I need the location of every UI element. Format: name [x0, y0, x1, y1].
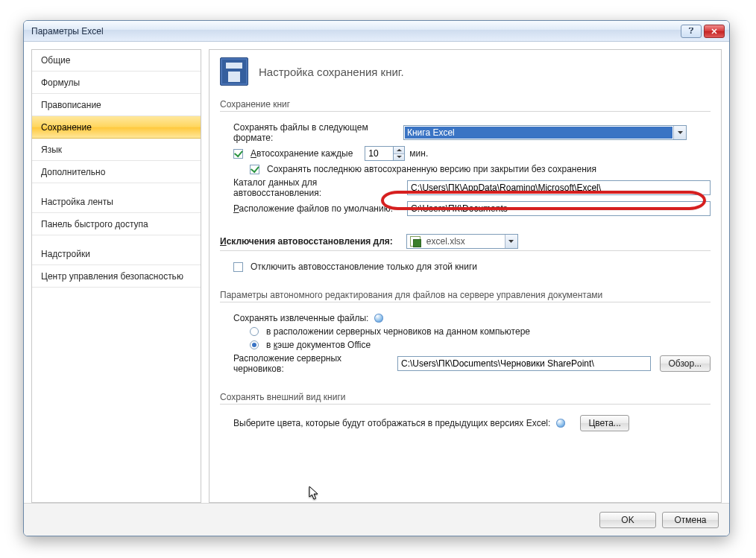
keep-last-checkbox[interactable]	[250, 165, 259, 174]
file-format-value: Книга Excel	[405, 127, 672, 139]
sidebar-item-formulas[interactable]: Формулы	[32, 72, 201, 94]
colors-hint: Выберите цвета, которые будут отображать…	[233, 418, 550, 428]
default-dir-input[interactable]	[407, 201, 711, 216]
excel-options-dialog: Параметры Excel ? Общие Формулы Правопис…	[23, 20, 730, 536]
settings-panel: Настройка сохранения книг. Сохранение кн…	[209, 49, 722, 503]
radio-office-cache[interactable]	[250, 340, 259, 349]
dialog-title: Параметры Excel	[31, 26, 104, 37]
default-dir-label: Расположение файлов по умолчанию:	[233, 203, 403, 214]
svg-marker-1	[678, 131, 683, 134]
except-label: Исключения автовосстановления для:	[220, 236, 393, 247]
autosave-minutes-spinner[interactable]	[365, 146, 405, 161]
minutes-label: мин.	[409, 148, 428, 159]
server-drafts-loc-label: Расположение серверных черновиков:	[233, 353, 393, 374]
section-server-title: Параметры автономного редактирования для…	[220, 290, 711, 302]
info-icon	[556, 419, 565, 428]
browse-button[interactable]: Обзор...	[660, 355, 711, 372]
section-appearance-title: Сохранять внешний вид книги	[220, 392, 711, 405]
sidebar-item-addins[interactable]: Надстройки	[32, 243, 201, 265]
sidebar-item-trustcenter[interactable]: Центр управления безопасностью	[32, 265, 201, 288]
svg-marker-4	[508, 240, 514, 243]
sidebar-item-qat[interactable]: Панель быстрого доступа	[32, 213, 201, 235]
file-format-dropdown[interactable]: Книга Excel	[403, 125, 687, 140]
radio-server-drafts-label: в расположении серверных черновиков на д…	[266, 326, 530, 337]
file-format-dropdown-btn[interactable]	[673, 126, 686, 139]
except-file-dropdown-btn[interactable]	[505, 235, 517, 248]
section-except-title: Исключения автовосстановления для: excel…	[220, 234, 711, 251]
excel-file-icon	[410, 236, 420, 247]
ok-button[interactable]: OK	[599, 512, 656, 528]
except-file-value: excel.xlsx	[423, 236, 505, 247]
titlebar: Параметры Excel ?	[24, 21, 729, 42]
autosave-checkbox[interactable]	[233, 149, 243, 159]
keep-last-label: Сохранять последнюю автосохраненную верс…	[267, 164, 596, 174]
server-drafts-loc-input[interactable]	[397, 356, 651, 371]
colors-button[interactable]: Цвета...	[580, 415, 629, 431]
autosave-label: Автосохранение каждые	[251, 148, 353, 159]
save-icon	[220, 57, 248, 86]
except-file-dropdown[interactable]: excel.xlsx	[406, 234, 518, 249]
svg-marker-3	[397, 156, 402, 158]
format-label: Сохранять файлы в следующем формате:	[233, 122, 399, 143]
svg-marker-2	[397, 149, 402, 151]
panel-header: Настройка сохранения книг.	[220, 57, 711, 86]
server-saveto-label: Сохранять извлеченные файлы:	[233, 313, 368, 323]
sidebar-item-advanced[interactable]: Дополнительно	[32, 161, 201, 183]
sidebar-item-general[interactable]: Общие	[32, 50, 201, 72]
sidebar-item-language[interactable]: Язык	[32, 139, 201, 161]
panel-header-text: Настройка сохранения книг.	[259, 66, 404, 78]
spinner-up[interactable]	[394, 147, 404, 153]
disable-recover-label: Отключить автовосстановление только для …	[251, 261, 477, 272]
help-button[interactable]: ?	[681, 25, 702, 38]
cancel-button[interactable]: Отмена	[662, 512, 719, 528]
svg-text:?: ?	[688, 28, 693, 35]
dialog-footer: OK Отмена	[24, 503, 729, 536]
spinner-down[interactable]	[394, 153, 404, 161]
sidebar-item-ribbon[interactable]: Настройка ленты	[32, 191, 201, 213]
info-icon	[374, 314, 383, 323]
section-save-title: Сохранение книг	[220, 99, 711, 112]
cursor-icon	[309, 486, 319, 503]
recover-dir-label: Каталог данных для автовосстановления:	[233, 177, 403, 198]
sidebar-item-proofing[interactable]: Правописание	[32, 94, 201, 116]
sidebar: Общие Формулы Правописание Сохранение Яз…	[31, 49, 201, 503]
sidebar-item-save[interactable]: Сохранение	[32, 116, 201, 139]
autosave-minutes-input[interactable]	[365, 146, 393, 161]
close-button[interactable]	[704, 25, 725, 38]
recover-dir-input[interactable]	[407, 180, 711, 195]
disable-recover-checkbox[interactable]	[233, 262, 243, 272]
radio-server-drafts[interactable]	[250, 327, 259, 336]
radio-office-cache-label: в кэше документов Office	[266, 340, 371, 350]
